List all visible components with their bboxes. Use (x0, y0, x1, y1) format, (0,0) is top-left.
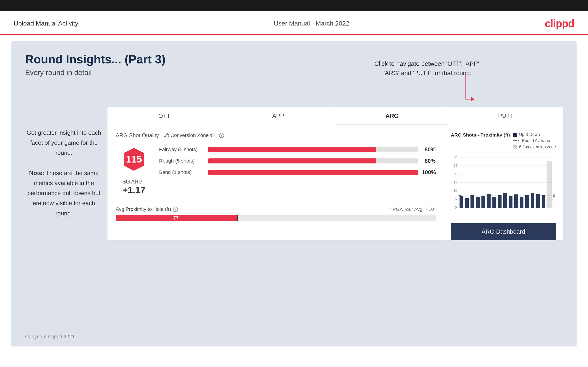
legend-dashed-icon (513, 141, 520, 141)
conversion-zone-label: 6ft Conversion Zone % (163, 133, 215, 138)
bar-fill-rough (208, 158, 376, 163)
nav-arrow-icon (456, 74, 474, 111)
bar-track-rough (208, 158, 418, 163)
chart-area: 0 5 10 15 20 25 30 (451, 154, 556, 221)
bar-label-rough: Rough (5 shots) (159, 158, 205, 164)
tab-bar: OTT APP ARG PUTT (107, 107, 563, 125)
sg-section: SG ARG +1.17 (122, 179, 145, 195)
svg-rect-25 (498, 195, 502, 208)
svg-rect-19 (465, 198, 469, 208)
bar-pct-fairway: 80% (422, 146, 436, 153)
svg-rect-30 (525, 195, 529, 208)
bar-row-sand: Sand (1 shots) 100% (159, 169, 436, 175)
proximity-cursor (237, 215, 238, 221)
card-left-panel: ARG Shot Quality 6ft Conversion Zone % ?… (107, 125, 444, 240)
bar-label-sand: Sand (1 shots) (159, 169, 205, 175)
svg-rect-33 (542, 195, 545, 208)
svg-text:30: 30 (454, 155, 457, 159)
svg-rect-20 (470, 195, 474, 208)
shot-quality-label: ARG Shot Quality (116, 132, 159, 139)
proximity-header: Avg Proximity to Hole (ft) ? ↑ PGA Tour … (116, 206, 436, 212)
main-card: OTT APP ARG PUTT ARG Shot Quality 6ft Co… (107, 107, 563, 241)
legend-round-avg: Round Average (513, 138, 556, 143)
svg-text:0: 0 (455, 206, 457, 209)
tab-putt[interactable]: PUTT (449, 107, 563, 125)
svg-text:10: 10 (454, 189, 457, 192)
tab-ott[interactable]: OTT (107, 107, 221, 125)
bar-row-rough: Rough (5 shots) 80% (159, 158, 436, 164)
proximity-bar-track: 77' (116, 215, 436, 221)
sg-value: +1.17 (122, 185, 145, 195)
bar-pct-sand: 100% (422, 169, 436, 175)
svg-rect-18 (459, 196, 463, 208)
bar-track-fairway (208, 147, 418, 152)
page-title: Round Insights... (Part 3) (25, 52, 563, 66)
help-icon[interactable]: ? (219, 133, 224, 138)
tab-app[interactable]: APP (221, 107, 335, 125)
proximity-pga-avg: ↑ PGA Tour Avg: 7'10" (389, 207, 436, 212)
arg-dashboard-button[interactable]: ARG Dashboard (451, 223, 556, 240)
hex-badge: 115 (121, 147, 147, 172)
proximity-section: Avg Proximity to Hole (ft) ? ↑ PGA Tour … (116, 202, 436, 221)
legend-square-icon (513, 133, 517, 137)
svg-rect-26 (503, 193, 507, 208)
svg-rect-21 (476, 197, 480, 208)
svg-rect-34 (547, 161, 552, 208)
bar-row-fairway: Fairway (5 shots) 80% (159, 146, 436, 153)
proximity-label: Avg Proximity to Hole (ft) ? (116, 206, 178, 212)
svg-text:15: 15 (454, 181, 457, 184)
svg-text:20: 20 (454, 172, 457, 176)
sg-label: SG ARG (122, 179, 145, 185)
chart-header: ARG Shots - Proximity (ft) Up & Down Rou… (451, 132, 556, 149)
chart-title: ARG Shots - Proximity (ft) (451, 132, 510, 138)
hex-value: 115 (126, 154, 142, 165)
page-subtitle: Every round in detail (25, 68, 563, 77)
svg-text:8: 8 (553, 194, 555, 197)
document-title: User Manual - March 2022 (274, 20, 349, 27)
bar-fill-sand (208, 170, 418, 175)
svg-rect-22 (481, 196, 485, 208)
svg-text:5: 5 (455, 197, 457, 201)
svg-marker-0 (471, 97, 474, 101)
svg-rect-31 (531, 193, 534, 208)
proximity-bar-fill: 77' (116, 215, 237, 221)
clippd-logo: clippd (545, 17, 574, 30)
svg-rect-24 (493, 197, 496, 208)
header: Upload Manual Activity User Manual - Mar… (0, 11, 588, 35)
chart-svg: 0 5 10 15 20 25 30 (451, 154, 556, 213)
footer-copyright: Copyright Clippd 2021 (25, 334, 75, 340)
main-content: Round Insights... (Part 3) Every round i… (11, 41, 577, 346)
svg-rect-27 (509, 196, 512, 208)
card-body: ARG Shot Quality 6ft Conversion Zone % ?… (107, 125, 563, 240)
svg-text:25: 25 (454, 164, 457, 167)
svg-rect-28 (514, 194, 518, 208)
legend-6ft-zone: 6 ft conversion zone (513, 144, 556, 149)
chart-legend: Up & Down Round Average 6 ft conversion … (513, 132, 556, 149)
svg-rect-29 (520, 197, 523, 208)
bar-label-fairway: Fairway (5 shots) (159, 147, 205, 152)
shot-quality-header: ARG Shot Quality 6ft Conversion Zone % ? (116, 132, 436, 139)
proximity-help-icon[interactable]: ? (173, 207, 178, 212)
legend-up-down: Up & Down (513, 132, 556, 137)
bar-fill-fairway (208, 147, 376, 152)
left-description: Get greater insight into each facet of y… (25, 128, 103, 218)
upload-manual-activity-link[interactable]: Upload Manual Activity (14, 20, 78, 27)
tab-arg[interactable]: ARG (335, 107, 449, 125)
bar-track-sand (208, 170, 418, 175)
legend-hatched-icon (513, 145, 517, 149)
bar-pct-rough: 80% (422, 158, 436, 164)
card-right-panel: ARG Shots - Proximity (ft) Up & Down Rou… (444, 125, 563, 240)
top-bar (0, 0, 588, 11)
